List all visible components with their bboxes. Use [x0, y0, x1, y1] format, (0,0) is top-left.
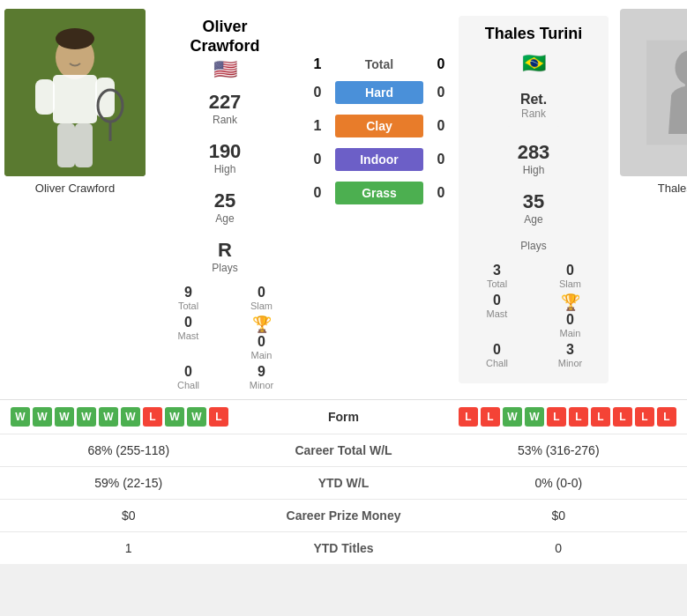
- right-total-stat: 3 Total: [467, 263, 526, 289]
- stats-row-right-value: 0% (0-0): [441, 476, 677, 490]
- left-plays-label: Plays: [212, 262, 237, 274]
- right-form-badge: L: [613, 407, 632, 427]
- right-chall-stat: 0 Chall: [467, 342, 526, 368]
- right-plays-label: Plays: [520, 240, 546, 252]
- right-age-box: 35 Age: [523, 190, 544, 226]
- left-form-badge: L: [209, 407, 228, 427]
- stats-row-right-value: $0: [441, 508, 677, 523]
- right-plays-box: Plays: [520, 240, 546, 252]
- stats-row: 1YTD Titles0: [0, 531, 687, 564]
- right-mast-stat: 0 Mast: [467, 293, 526, 338]
- right-form-badge: W: [503, 407, 522, 427]
- left-total-stat: 9 Total: [159, 285, 218, 311]
- right-form-badges: LLWWLLLLLL: [459, 407, 676, 427]
- left-high-label: High: [209, 163, 242, 175]
- stats-row-label: Career Total W/L: [247, 443, 441, 457]
- right-slam-stat: 0 Slam: [541, 263, 600, 289]
- right-form-badge: L: [635, 407, 654, 427]
- left-player-photo: [4, 9, 146, 176]
- left-player-name-below: Oliver Crawford: [35, 182, 115, 195]
- right-main-stat: 🏆 0 Main: [541, 293, 600, 338]
- right-player-photo-col: Thales Turini: [616, 9, 687, 390]
- right-form-badge: L: [547, 407, 566, 427]
- left-rank-value: 227: [209, 91, 242, 114]
- left-form-badge: W: [77, 407, 96, 427]
- indoor-badge: Indoor: [335, 148, 423, 171]
- left-form-badge: W: [11, 407, 30, 427]
- left-rank-label: Rank: [209, 114, 242, 126]
- left-form-badges: WWWWWWLWWL: [11, 407, 228, 427]
- hard-right-score: 0: [423, 85, 459, 100]
- left-stats-col: Oliver Crawford 🇺🇸 227 Rank 190 High 25 …: [150, 9, 300, 390]
- career-stats-section: 68% (255-118)Career Total W/L53% (316-27…: [0, 434, 687, 564]
- stats-row-label: YTD W/L: [247, 476, 441, 490]
- stats-row-left-value: 59% (22-15): [11, 476, 247, 490]
- left-player-flag: 🇺🇸: [212, 61, 238, 78]
- stats-row-right-value: 0: [441, 541, 677, 555]
- left-mast-stat: 0 Mast: [159, 315, 218, 360]
- hard-left-score: 0: [300, 85, 335, 100]
- indoor-left-score: 0: [300, 152, 335, 167]
- right-minor-stat: 3 Minor: [541, 342, 600, 368]
- stats-row-label: YTD Titles: [247, 541, 441, 555]
- total-matchup-row: 1 Total 0: [300, 56, 459, 72]
- svg-rect-2: [53, 75, 97, 123]
- stats-row-right-value: 53% (316-276): [441, 443, 677, 457]
- left-chall-stat: 0 Chall: [159, 364, 218, 390]
- right-rank-label: Rank: [520, 108, 547, 120]
- right-stats-col: Thales Turini 🇧🇷 Ret. Rank 283 High 35 A…: [459, 16, 609, 383]
- left-main-stat: 🏆 0 Main: [232, 315, 291, 360]
- stats-row: 68% (255-118)Career Total W/L53% (316-27…: [0, 434, 687, 466]
- right-high-value: 283: [518, 141, 550, 164]
- stats-row-left-value: 68% (255-118): [11, 443, 247, 457]
- total-right-score: 0: [423, 56, 459, 72]
- clay-row: 1 Clay 0: [300, 115, 459, 137]
- player-comparison-section: Oliver Crawford Oliver Crawford 🇺🇸 227 R…: [0, 0, 687, 399]
- left-form-badge: W: [187, 407, 206, 427]
- middle-matchup-section: 1 Total 0 0 Hard 0 1 Clay 0 0 Indoor 0 0: [300, 9, 459, 390]
- left-form-badge: W: [55, 407, 74, 427]
- svg-point-11: [56, 28, 94, 49]
- left-minor-stat: 9 Minor: [232, 364, 291, 390]
- left-plays-box: R Plays: [212, 239, 237, 274]
- left-age-label: Age: [214, 212, 235, 225]
- indoor-row: 0 Indoor 0: [300, 148, 459, 171]
- svg-rect-3: [35, 79, 55, 115]
- left-form-badge: L: [143, 407, 162, 427]
- total-matchup-label: Total: [335, 57, 423, 71]
- left-form-badge: W: [99, 407, 118, 427]
- right-age-label: Age: [523, 213, 544, 226]
- right-player-name-below: Thales Turini: [658, 182, 687, 195]
- left-rank-box: 227 Rank: [209, 91, 242, 126]
- left-player-name: Oliver Crawford: [190, 18, 259, 56]
- svg-rect-7: [57, 123, 75, 167]
- left-high-value: 190: [209, 140, 242, 163]
- right-high-box: 283 High: [518, 141, 550, 176]
- svg-rect-8: [75, 123, 93, 167]
- left-trophy-icon: 🏆: [252, 315, 272, 334]
- left-stats-grid: 9 Total 0 Slam 0 Mast 🏆 0 Main 0: [150, 285, 300, 390]
- left-age-box: 25 Age: [214, 189, 235, 225]
- left-form-badge: W: [121, 407, 140, 427]
- main-container: Oliver Crawford Oliver Crawford 🇺🇸 227 R…: [0, 0, 687, 564]
- clay-right-score: 0: [423, 118, 459, 134]
- left-slam-stat: 0 Slam: [232, 285, 291, 311]
- stats-row: $0Career Prize Money$0: [0, 499, 687, 531]
- right-player-flag: 🇧🇷: [520, 55, 547, 72]
- right-form-badge: L: [481, 407, 500, 427]
- clay-left-score: 1: [300, 118, 335, 134]
- right-form-badge: L: [459, 407, 478, 427]
- form-label: Form: [228, 410, 459, 424]
- hard-row: 0 Hard 0: [300, 81, 459, 104]
- right-trophy-icon: 🏆: [561, 293, 580, 312]
- right-player-name: Thales Turini: [485, 25, 583, 44]
- right-form-badge: L: [569, 407, 588, 427]
- indoor-right-score: 0: [423, 152, 459, 167]
- left-plays-value: R: [212, 239, 237, 262]
- right-form-badge: W: [525, 407, 544, 427]
- right-high-label: High: [518, 164, 550, 176]
- right-stats-grid: 3 Total 0 Slam 0 Mast 🏆 0 Main 0: [459, 263, 609, 368]
- left-form-badge: W: [165, 407, 184, 427]
- right-rank-box: Ret. Rank: [506, 85, 561, 127]
- total-left-score: 1: [300, 56, 335, 72]
